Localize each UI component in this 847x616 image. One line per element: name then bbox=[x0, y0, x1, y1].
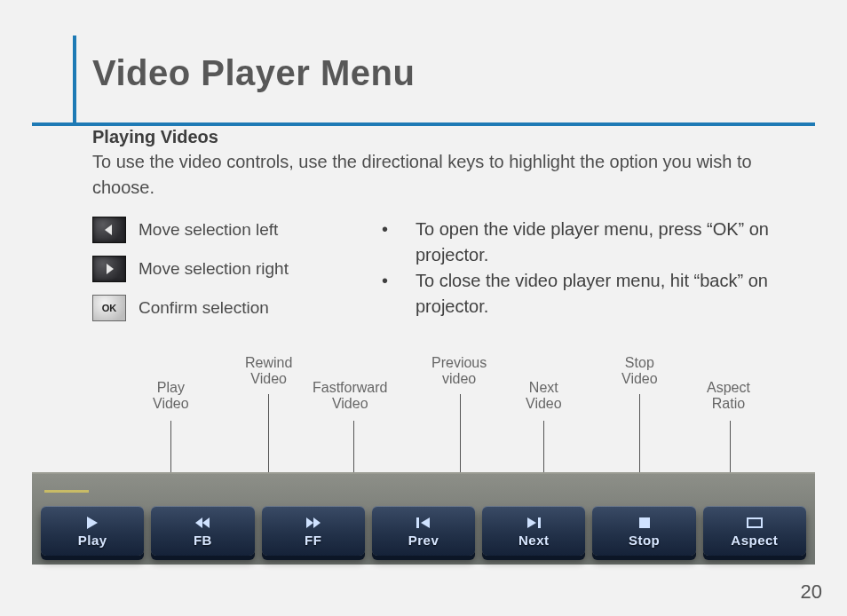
menu-button-ff-label: FF bbox=[305, 533, 321, 548]
bullet-2: • To close the video player menu, hit “b… bbox=[376, 268, 811, 320]
content: Playing Videos To use the video controls… bbox=[32, 115, 815, 565]
bullet-1: • To open the vide player menu, press “O… bbox=[376, 217, 811, 268]
menu-button-next: Next bbox=[482, 506, 585, 556]
legend-label-left: Move selection left bbox=[139, 220, 278, 240]
menu-button-play: Play bbox=[41, 506, 144, 556]
title-block: Video Player Menu bbox=[32, 36, 815, 106]
svg-rect-10 bbox=[538, 517, 541, 528]
leader-line bbox=[170, 421, 171, 472]
legend-row-ok: OK Confirm selection bbox=[92, 295, 359, 321]
instruction-bullets: • To open the vide player menu, press “O… bbox=[376, 217, 811, 334]
arrow-right-icon bbox=[92, 256, 126, 282]
title-rule bbox=[32, 122, 815, 126]
callout-block: Play Video Rewind Video Fastforward Vide… bbox=[92, 350, 811, 565]
menu-button-fb: FB bbox=[151, 506, 254, 556]
svg-marker-2 bbox=[87, 517, 98, 529]
callout-prev: Previous video bbox=[431, 355, 487, 388]
callout-labels: Play Video Rewind Video Fastforward Vide… bbox=[66, 350, 811, 421]
menu-button-stop-label: Stop bbox=[629, 533, 660, 548]
svg-marker-1 bbox=[107, 264, 114, 274]
bullet-dot-icon: • bbox=[376, 268, 416, 320]
svg-rect-12 bbox=[748, 518, 762, 527]
svg-rect-11 bbox=[639, 517, 650, 528]
svg-marker-8 bbox=[421, 517, 430, 528]
svg-marker-3 bbox=[195, 517, 202, 528]
legend-label-right: Move selection right bbox=[139, 259, 289, 279]
leader-line bbox=[353, 421, 354, 472]
callout-ff: Fastforward Video bbox=[313, 380, 387, 413]
rewind-icon bbox=[194, 515, 211, 531]
page-number: 20 bbox=[801, 580, 822, 604]
menu-button-prev-label: Prev bbox=[408, 533, 439, 548]
menu-button-next-label: Next bbox=[518, 533, 550, 548]
menu-button-fb-label: FB bbox=[194, 533, 212, 548]
callout-rewind: Rewind Video bbox=[245, 355, 292, 388]
legend-label-ok: Confirm selection bbox=[139, 298, 269, 318]
svg-marker-6 bbox=[313, 517, 321, 528]
svg-marker-4 bbox=[202, 517, 210, 528]
legend-row-left: Move selection left bbox=[92, 217, 359, 243]
menu-bar-photo: Play FB FF Prev bbox=[32, 472, 815, 565]
section-intro: To use the video controls, use the direc… bbox=[92, 149, 811, 201]
leader-line bbox=[639, 394, 640, 472]
leader-lines bbox=[66, 421, 811, 472]
svg-marker-5 bbox=[306, 517, 313, 528]
callout-next: Next Video bbox=[526, 380, 562, 413]
menu-button-play-label: Play bbox=[78, 533, 107, 548]
leader-line bbox=[543, 421, 544, 472]
bullet-2-text: To close the video player menu, hit “bac… bbox=[416, 268, 811, 320]
svg-marker-0 bbox=[105, 225, 112, 235]
bullet-dot-icon: • bbox=[376, 217, 416, 268]
section-subhead: Playing Videos bbox=[92, 127, 811, 147]
controls-legend: Move selection left Move selection right… bbox=[92, 217, 359, 334]
leader-line bbox=[730, 421, 731, 472]
next-icon bbox=[526, 515, 542, 531]
callout-aspect: Aspect Ratio bbox=[707, 380, 750, 413]
two-columns: Move selection left Move selection right… bbox=[92, 217, 811, 334]
svg-marker-9 bbox=[527, 517, 536, 528]
bullet-1-text: To open the vide player menu, press “OK”… bbox=[416, 217, 811, 268]
stop-icon bbox=[639, 515, 650, 531]
leader-line bbox=[268, 394, 269, 472]
svg-rect-7 bbox=[416, 517, 419, 528]
callout-play: Play Video bbox=[153, 380, 189, 413]
previous-icon bbox=[416, 515, 431, 531]
menu-button-stop: Stop bbox=[592, 506, 695, 556]
leader-line bbox=[460, 394, 461, 472]
menu-button-ff: FF bbox=[262, 506, 365, 556]
play-icon bbox=[85, 515, 99, 531]
arrow-left-icon bbox=[92, 217, 126, 243]
menu-button-aspect-label: Aspect bbox=[731, 533, 778, 548]
legend-row-right: Move selection right bbox=[92, 256, 359, 282]
page-title: Video Player Menu bbox=[73, 36, 815, 106]
aspect-icon bbox=[747, 515, 763, 531]
callout-stop: Stop Video bbox=[621, 355, 658, 388]
ok-icon: OK bbox=[92, 295, 126, 321]
fastforward-icon bbox=[305, 515, 322, 531]
menu-button-prev: Prev bbox=[372, 506, 475, 556]
menu-button-aspect: Aspect bbox=[703, 506, 806, 556]
